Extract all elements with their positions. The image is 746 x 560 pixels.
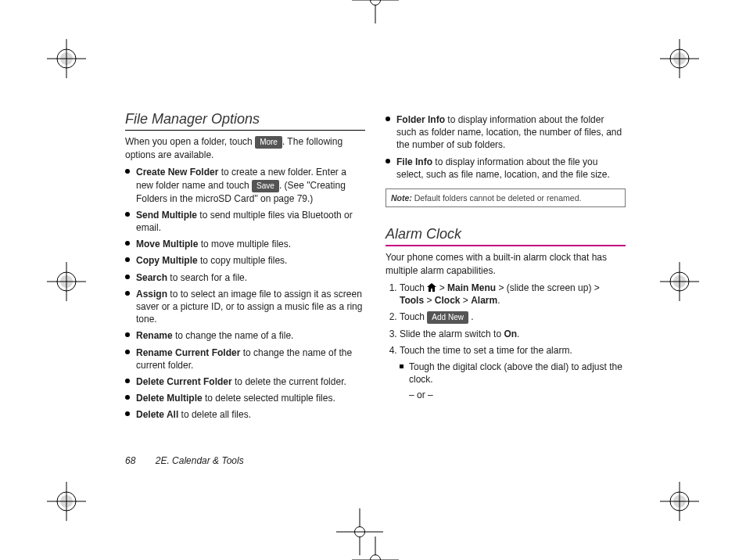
crop-cross-icon bbox=[336, 508, 383, 555]
svg-point-9 bbox=[60, 495, 73, 508]
list-item: Assign to to select an image file to ass… bbox=[125, 288, 365, 326]
note-text: Default folders cannot be deleted or ren… bbox=[412, 193, 582, 203]
text: to copy multiple files. bbox=[198, 255, 288, 266]
sub-step-item: – or – bbox=[400, 389, 626, 401]
sub-step-item: Tough the digital clock (above the dial)… bbox=[400, 361, 626, 386]
list-item: Copy Multiple to copy multiple files. bbox=[125, 254, 365, 267]
intro-paragraph: Your phone comes with a built-in alarm c… bbox=[386, 251, 626, 276]
text: to delete all files. bbox=[178, 409, 251, 420]
text: to delete the current folder. bbox=[232, 376, 346, 387]
menu-path: Clock bbox=[435, 295, 461, 306]
option-label: Assign bbox=[136, 289, 167, 300]
chapter-title: 2E. Calendar & Tools bbox=[156, 455, 244, 466]
crop-mark-icon bbox=[660, 39, 699, 78]
option-label: Rename bbox=[136, 330, 173, 341]
svg-point-5 bbox=[673, 52, 686, 65]
option-label: Folder Info bbox=[396, 114, 445, 125]
text: Slide the alarm switch to bbox=[400, 328, 504, 339]
right-column: Folder Info to display information about… bbox=[386, 109, 626, 469]
svg-point-12 bbox=[670, 492, 689, 511]
options-list-continued: Folder Info to display information about… bbox=[386, 113, 626, 181]
steps-list: Touch > Main Menu > (slide the screen up… bbox=[386, 282, 626, 401]
list-item: Search to search for a file. bbox=[125, 271, 365, 284]
crop-mark-icon bbox=[47, 262, 86, 301]
text: When you open a folder, touch bbox=[125, 136, 255, 147]
svg-point-13 bbox=[673, 495, 686, 508]
svg-point-4 bbox=[670, 49, 689, 68]
step-item: Touch Add New . bbox=[400, 311, 626, 324]
more-button[interactable]: More bbox=[255, 136, 282, 149]
on-label: On bbox=[504, 328, 517, 339]
page-footer: 68 2E. Calendar & Tools bbox=[125, 455, 244, 466]
text: > bbox=[436, 282, 447, 293]
option-label: Send Multiple bbox=[136, 210, 197, 221]
option-label: Delete All bbox=[136, 409, 178, 420]
menu-path: Main Menu bbox=[447, 282, 496, 293]
left-column: File Manager Options When you open a fol… bbox=[125, 109, 365, 469]
option-label: File Info bbox=[396, 156, 432, 167]
menu-path: Tools bbox=[400, 295, 424, 306]
list-item: Rename Current Folder to change the name… bbox=[125, 346, 365, 372]
option-label: Search bbox=[136, 272, 167, 283]
svg-point-16 bbox=[57, 272, 76, 291]
list-item: Send Multiple to send multiple files via… bbox=[125, 209, 365, 234]
home-icon bbox=[427, 282, 436, 291]
menu-path: Alarm bbox=[471, 295, 497, 306]
option-label: Create New Folder bbox=[136, 167, 218, 178]
crop-mark-icon bbox=[47, 482, 86, 521]
step-item: Touch > Main Menu > (slide the screen up… bbox=[400, 282, 626, 307]
step-item: Touch the time to set a time for the ala… bbox=[400, 344, 626, 401]
text: to change the name of a file. bbox=[173, 330, 294, 341]
svg-point-1 bbox=[60, 52, 73, 65]
crop-mark-icon bbox=[660, 482, 699, 521]
crop-mark-icon bbox=[47, 39, 86, 78]
list-item: Create New Folder to create a new folder… bbox=[125, 166, 365, 204]
text: Touch bbox=[400, 311, 427, 322]
heading-alarm-clock: Alarm Clock bbox=[386, 224, 626, 246]
text: to to select an image file to assign it … bbox=[136, 289, 362, 325]
svg-point-8 bbox=[57, 492, 76, 511]
page-content: File Manager Options When you open a fol… bbox=[125, 109, 626, 469]
option-label: Delete Multiple bbox=[136, 393, 203, 404]
options-list: Create New Folder to create a new folder… bbox=[125, 166, 365, 421]
crop-cross-icon bbox=[352, 537, 399, 560]
add-new-button[interactable]: Add New bbox=[427, 311, 468, 324]
option-label: Copy Multiple bbox=[136, 255, 198, 266]
text: > bbox=[424, 295, 435, 306]
option-label: Rename Current Folder bbox=[136, 347, 240, 358]
svg-point-21 bbox=[673, 275, 686, 288]
text: to delete selected multiple files. bbox=[203, 393, 335, 404]
svg-point-20 bbox=[670, 272, 689, 291]
note-label: Note: bbox=[391, 193, 412, 203]
option-label: Move Multiple bbox=[136, 239, 198, 249]
crop-mark-icon bbox=[660, 262, 699, 301]
page-number: 68 bbox=[125, 455, 135, 466]
intro-paragraph: When you open a folder, touch More. The … bbox=[125, 135, 365, 161]
text: to search for a file. bbox=[167, 272, 247, 283]
list-item: Delete All to delete all files. bbox=[125, 408, 365, 421]
svg-point-0 bbox=[57, 49, 76, 68]
list-item: Delete Multiple to delete selected multi… bbox=[125, 392, 365, 404]
text: . bbox=[497, 295, 500, 306]
text: . bbox=[468, 311, 474, 322]
list-item: File Info to display information about t… bbox=[386, 156, 626, 181]
list-item: Move Multiple to move multiple files. bbox=[125, 238, 365, 250]
text: > bbox=[460, 295, 471, 306]
text: Touch the time to set a time for the ala… bbox=[400, 345, 572, 356]
svg-point-17 bbox=[60, 275, 73, 288]
step-item: Slide the alarm switch to On. bbox=[400, 328, 626, 340]
text: . bbox=[517, 328, 519, 339]
text: Touch bbox=[400, 282, 427, 293]
list-item: Delete Current Folder to delete the curr… bbox=[125, 375, 365, 388]
save-button[interactable]: Save bbox=[252, 180, 279, 192]
list-item: Rename to change the name of a file. bbox=[125, 329, 365, 342]
list-item: Folder Info to display information about… bbox=[386, 113, 626, 152]
text: > (slide the screen up) > bbox=[496, 282, 600, 293]
sub-steps: Tough the digital clock (above the dial)… bbox=[400, 361, 626, 402]
heading-file-manager-options: File Manager Options bbox=[125, 109, 365, 131]
option-label: Delete Current Folder bbox=[136, 376, 232, 387]
crop-cross-icon bbox=[352, 0, 399, 23]
text: to move multiple files. bbox=[198, 239, 291, 249]
note-box: Note: Default folders cannot be deleted … bbox=[386, 188, 626, 207]
